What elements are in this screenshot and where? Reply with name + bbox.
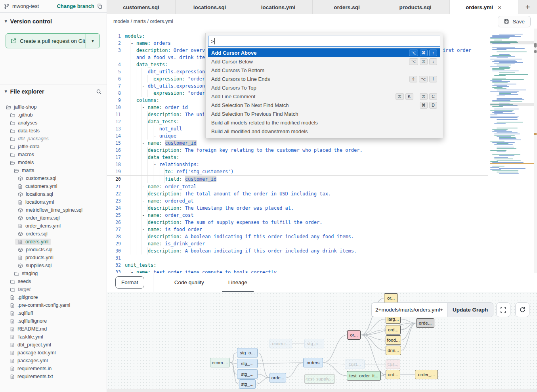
file-tree-item-metricflow-time-spine-sql[interactable]: metricflow_time_spine.sql	[0, 206, 107, 214]
lineage-node[interactable]: orde...	[416, 318, 434, 328]
file-tree-item-dbt-packages[interactable]: dbt_packages	[0, 135, 107, 143]
file-tree-item-orders-yml[interactable]: orders.yml	[0, 238, 107, 246]
lineage-graph[interactable]: 2+models/marts/orders.yml+ Update Graph …	[107, 292, 537, 389]
version-control-header[interactable]: ▾ Version control	[0, 13, 107, 28]
code-line[interactable]: 16 description: The foreign key relating…	[107, 147, 537, 154]
tab-products-sql[interactable]: products.sql	[381, 0, 450, 14]
command-item-add-cursor-above[interactable]: Add Cursor Above⌥⌘↑	[208, 48, 440, 57]
lineage-node[interactable]: stg_o...	[237, 348, 258, 358]
tab-code-quality[interactable]: Code quality	[171, 273, 207, 292]
code-line[interactable]: 25 - name: order_cost	[107, 212, 537, 219]
code-line[interactable]: 27 - name: is_food_order	[107, 226, 537, 233]
tab-lineage[interactable]: Lineage	[225, 273, 250, 292]
file-tree-item-jaffle-data[interactable]: jaffle-data	[0, 143, 107, 151]
file-tree-item--sqlfluffignore[interactable]: .sqlfluffignore	[0, 317, 107, 325]
code-line[interactable]: 18 - relationships:	[107, 161, 537, 168]
file-tree-item--gitignore[interactable]: .gitignore	[0, 293, 107, 301]
search-icon[interactable]	[96, 89, 102, 95]
file-tree-item-customers-sql[interactable]: customers.sql	[0, 174, 107, 182]
file-tree-item-package-lock-yml[interactable]: package-lock.yml	[0, 349, 107, 357]
command-item-add-cursor-below[interactable]: Add Cursor Below⌥⌘↓	[208, 57, 440, 66]
lineage-node[interactable]: order_...	[415, 370, 438, 379]
file-tree-item-products-yml[interactable]: products.yml	[0, 254, 107, 262]
minimap-viewport[interactable]	[490, 41, 534, 44]
file-tree-item-supplies-sql[interactable]: supplies.sql	[0, 262, 107, 270]
file-tree-item-seeds[interactable]: seeds	[0, 277, 107, 285]
lineage-node[interactable]: stg_c...	[304, 339, 324, 348]
file-tree-item-analyses[interactable]: analyses	[0, 119, 107, 127]
code-line[interactable]: 15 - name: customer_id	[107, 140, 537, 147]
code-line[interactable]: 17 data_tests:	[107, 154, 537, 161]
code-line[interactable]: 33 - name: test_order_items_compute_to_b…	[107, 269, 537, 273]
lineage-node[interactable]: ecom....	[210, 358, 230, 367]
file-tree-item-packages-yml[interactable]: packages.yml	[0, 357, 107, 365]
lineage-node[interactable]: stg_...	[239, 379, 256, 389]
fullscreen-button[interactable]	[496, 302, 510, 317]
update-graph-button[interactable]: Update Graph	[447, 302, 493, 317]
code-line[interactable]: 22 description: The total amount of the …	[107, 190, 537, 197]
command-item-add-cursors-to-top[interactable]: Add Cursors To Top	[208, 83, 440, 92]
file-tree-item-jaffle-shop[interactable]: jaffle-shop	[0, 103, 107, 111]
code-line[interactable]: 21 - name: order_total	[107, 183, 537, 190]
new-tab-button[interactable]: +	[518, 0, 537, 14]
lineage-node[interactable]: orde...	[269, 373, 286, 382]
tab-orders-yml[interactable]: orders.yml×	[450, 0, 518, 14]
lineage-node[interactable]: test_order_it...	[347, 371, 381, 381]
command-item-add-selection-to-previous-find-match[interactable]: Add Selection To Previous Find Match	[208, 109, 440, 118]
code-line[interactable]: 26 description: The sum of supply expens…	[107, 219, 537, 226]
code-line[interactable]: 31	[107, 254, 537, 262]
lineage-node[interactable]: stg_...	[237, 359, 258, 368]
file-tree-item-models[interactable]: models	[0, 159, 107, 166]
file-tree-item-data-tests[interactable]: data-tests	[0, 127, 107, 135]
command-item-add-selection-to-next-find-match[interactable]: Add Selection To Next Find Match⌘D	[208, 101, 440, 109]
lineage-node[interactable]: ord...	[386, 325, 401, 335]
file-tree-item-products-sql[interactable]: products.sql	[0, 246, 107, 254]
lineage-node[interactable]: ecom.r...	[269, 339, 292, 348]
file-explorer-header[interactable]: ▾ File explorer	[0, 84, 107, 99]
code-line[interactable]: 30 description: A boolean indicating if …	[107, 247, 537, 254]
command-palette-input[interactable]: >	[208, 36, 440, 47]
create-pull-request-button[interactable]: Create a pull request on Git... ▾	[6, 33, 100, 48]
pr-button-dropdown[interactable]: ▾	[86, 34, 99, 48]
tab-locations-yml[interactable]: locations.yml	[244, 0, 313, 14]
code-line[interactable]: 19 to: ref('stg_customers')	[107, 168, 537, 175]
format-button[interactable]: Format	[115, 276, 144, 289]
horizontal-scrollbar[interactable]	[107, 389, 537, 392]
lineage-node[interactable]: or...	[347, 330, 361, 340]
close-icon[interactable]: ×	[497, 4, 502, 11]
lineage-node[interactable]: drin...	[386, 346, 401, 355]
lineage-node[interactable]: test_supply...	[304, 374, 335, 384]
editor-scrollbar[interactable]	[534, 29, 537, 273]
file-tree-item-order-items-sql[interactable]: order_items.sql	[0, 214, 107, 222]
file-tree-item-readme-md[interactable]: README.md	[0, 325, 107, 333]
lineage-node[interactable]: or...	[384, 293, 398, 303]
lineage-node[interactable]: cust...	[345, 359, 365, 369]
tab-customers-sql[interactable]: customers.sql	[107, 0, 176, 14]
command-item-build-all-models-related-to-the-modified-models[interactable]: Build all models related to the modified…	[208, 118, 440, 127]
lineage-node[interactable]: cus...	[386, 359, 400, 369]
command-item-add-cursors-to-bottom[interactable]: Add Cursors To Bottom	[208, 66, 440, 75]
change-branch-link[interactable]: Change branch	[57, 3, 94, 9]
file-tree-item-order-items-yml[interactable]: order_items.yml	[0, 222, 107, 230]
code-line[interactable]: 20 field: customer_id	[107, 175, 488, 183]
code-line[interactable]: 29 - name: is_drink_order	[107, 240, 537, 247]
code-line[interactable]: 24 description: The timestamp the order …	[107, 205, 537, 212]
file-tree-item-requirements-in[interactable]: requirements.in	[0, 365, 107, 373]
code-line[interactable]: 23 - name: ordered_at	[107, 197, 537, 205]
file-tree-item-staging[interactable]: staging	[0, 270, 107, 277]
lineage-node[interactable]: ord...	[386, 370, 400, 379]
lineage-node[interactable]: orders	[303, 358, 323, 367]
command-item-build-all-modified-and-downstream-models[interactable]: Build all modified and downstream models	[208, 127, 440, 136]
code-line[interactable]: 28 description: A boolean indicating if …	[107, 233, 537, 240]
file-tree-item--github[interactable]: .github	[0, 111, 107, 119]
copy-icon[interactable]	[97, 4, 103, 9]
file-tree-item-marts[interactable]: marts	[0, 166, 107, 174]
file-tree-item-customers-yml[interactable]: customers.yml	[0, 182, 107, 190]
command-item-add-line-comment[interactable]: Add Line Comment⌘K⌘C	[208, 92, 440, 101]
lineage-node[interactable]: stg_...	[237, 369, 258, 379]
file-tree-item-dbt-project-yml[interactable]: dbt_project.yml	[0, 341, 107, 349]
minimap[interactable]	[490, 34, 534, 178]
refresh-button[interactable]	[515, 302, 529, 317]
graph-selector-input[interactable]: 2+models/marts/orders.yml+	[371, 302, 447, 317]
file-tree-item-macros[interactable]: macros	[0, 151, 107, 159]
